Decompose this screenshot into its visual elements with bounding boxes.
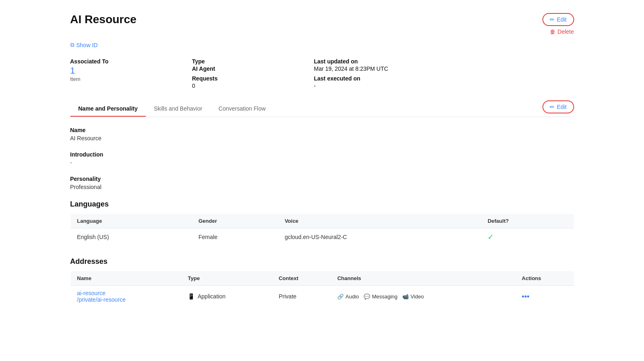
field-name: Name AI Resource xyxy=(70,127,574,141)
lang-value-voice: gcloud.en-US-Neural2-C xyxy=(278,228,481,246)
channel-audio: 🔗 Audio xyxy=(337,294,359,300)
meta-type-requests: Type AI Agent Requests 0 xyxy=(192,58,314,89)
tab-name-personality[interactable]: Name and Personality xyxy=(70,101,146,117)
channel-messaging: 💬 Messaging xyxy=(364,294,397,300)
audio-icon: 🔗 xyxy=(337,294,344,300)
addresses-table: Name Type Context Channels Actions ai-re… xyxy=(70,271,574,307)
header-actions: ✏ Edit 🗑 Delete xyxy=(542,13,574,35)
trash-icon: 🗑 xyxy=(550,28,555,35)
addr-col-context: Context xyxy=(272,271,331,286)
tab-conversation-flow[interactable]: Conversation Flow xyxy=(210,101,274,117)
addr-col-actions: Actions xyxy=(515,271,574,286)
tabs-bar: Name and Personality Skills and Behavior… xyxy=(70,100,574,117)
lang-value-default: ✓ xyxy=(481,228,574,246)
meta-grid: Associated To 1 Item Type AI Agent Reque… xyxy=(70,58,574,89)
tabs-container: Name and Personality Skills and Behavior… xyxy=(70,101,274,116)
delete-button[interactable]: 🗑 Delete xyxy=(550,28,574,35)
more-actions-button[interactable]: ••• xyxy=(522,292,529,300)
addr-value-channels: 🔗 Audio 💬 Messaging 📹 Video xyxy=(331,286,515,307)
addr-col-type: Type xyxy=(181,271,272,286)
meta-dates: Last updated on Mar 19, 2024 at 8:23PM U… xyxy=(314,58,574,89)
table-row: ai-resource /private/ai-resource 📱 Appli… xyxy=(70,286,574,307)
copy-icon: ⧉ xyxy=(70,41,74,48)
field-introduction: Introduction - xyxy=(70,151,574,166)
table-row: English (US) Female gcloud.en-US-Neural2… xyxy=(70,228,574,246)
languages-table: Language Gender Voice Default? English (… xyxy=(70,213,574,246)
video-icon: 📹 xyxy=(402,294,409,300)
addr-col-name: Name xyxy=(70,271,181,286)
page-title: AI Resource xyxy=(70,13,137,26)
pencil-icon-tab: ✏ xyxy=(550,104,555,110)
lang-col-language: Language xyxy=(70,214,192,228)
lang-value-gender: Female xyxy=(192,228,278,246)
pencil-icon: ✏ xyxy=(550,16,555,23)
channel-video: 📹 Video xyxy=(402,294,424,300)
addr-col-channels: Channels xyxy=(331,271,515,286)
field-personality: Personality Professional xyxy=(70,176,574,190)
addr-name-link[interactable]: ai-resource /private/ai-resource xyxy=(77,290,126,303)
application-icon: 📱 xyxy=(188,293,195,300)
messaging-icon: 💬 xyxy=(364,294,370,300)
tab-edit-button[interactable]: ✏ Edit xyxy=(542,100,574,113)
meta-associated-to: Associated To 1 Item xyxy=(70,58,192,89)
lang-col-gender: Gender xyxy=(192,214,278,228)
edit-button-top[interactable]: ✏ Edit xyxy=(542,13,574,26)
lang-col-default: Default? xyxy=(481,214,574,228)
lang-value-language: English (US) xyxy=(70,228,192,246)
addr-value-name: ai-resource /private/ai-resource xyxy=(70,286,181,307)
tab-content-name-personality: Name AI Resource Introduction - Personal… xyxy=(70,127,574,307)
show-id-link[interactable]: ⧉ Show ID xyxy=(70,41,574,48)
addr-value-actions: ••• xyxy=(515,286,574,307)
tab-skills-behavior[interactable]: Skills and Behavior xyxy=(146,101,210,117)
default-check-icon: ✓ xyxy=(488,233,494,241)
addr-value-context: Private xyxy=(272,286,331,307)
addr-value-type: 📱 Application xyxy=(181,286,272,307)
addresses-section: Addresses Name Type Context Channels Act… xyxy=(70,257,574,307)
languages-section: Languages Language Gender Voice Default?… xyxy=(70,200,574,246)
lang-col-voice: Voice xyxy=(278,214,481,228)
